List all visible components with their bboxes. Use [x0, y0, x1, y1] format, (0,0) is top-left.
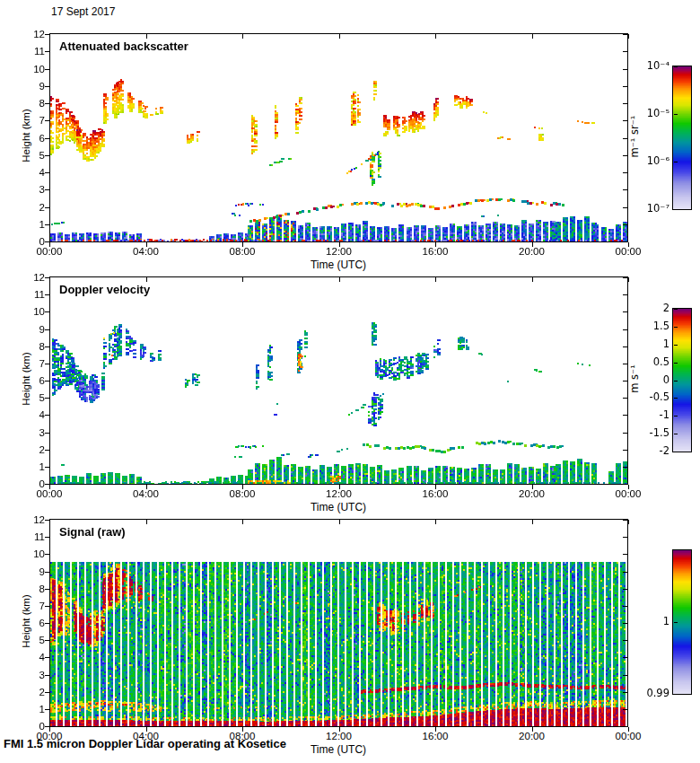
y-tick-mark — [623, 484, 627, 485]
colorbar-tick-mark — [674, 622, 678, 623]
x-tick-mark — [339, 242, 340, 247]
y-tick-mark — [45, 155, 49, 156]
y-tick-label: 1 — [25, 703, 45, 715]
x-tick-label: 20:00 — [511, 487, 554, 500]
y-tick-mark — [45, 311, 49, 312]
y-tick-mark — [45, 103, 49, 104]
x-tick-label: 20:00 — [511, 245, 554, 258]
colorbar-tick-label: 0.5 — [619, 355, 669, 368]
x-tick-mark — [146, 242, 147, 247]
x-tick-label: 12:00 — [318, 245, 361, 258]
y-tick-mark — [45, 224, 49, 225]
x-tick-mark — [146, 485, 147, 489]
colorbar-tick-label: -1.5 — [619, 426, 669, 439]
colorbar-tick-mark — [674, 452, 678, 452]
y-tick-label: 5 — [25, 149, 45, 162]
x-tick-label: 12:00 — [318, 487, 361, 500]
x-tick-mark — [435, 242, 436, 247]
colorbar-tick-label: 0.99 — [619, 687, 669, 699]
colorbar-tick-label: 10⁻⁶ — [619, 154, 669, 167]
x-tick-mark — [146, 727, 147, 732]
y-tick-mark — [45, 709, 49, 710]
y-tick-mark — [623, 51, 627, 52]
x-tick-label: 04:00 — [125, 245, 168, 258]
x-tick-mark — [146, 34, 147, 39]
y-tick-mark — [45, 398, 49, 399]
colorbar-tick-mark — [674, 398, 678, 399]
backscatter-heatmap — [50, 34, 627, 241]
x-tick-label: 12:00 — [318, 730, 361, 742]
velocity-x-axis-label: Time (UTC) — [293, 501, 383, 513]
y-tick-label: 8 — [25, 340, 45, 353]
colorbar-tick-label: 1.5 — [619, 320, 669, 332]
x-tick-mark — [242, 485, 243, 489]
y-tick-mark — [623, 138, 627, 139]
y-tick-mark — [623, 86, 627, 87]
colorbar-tick-mark — [674, 434, 678, 434]
x-tick-mark — [49, 277, 50, 282]
y-tick-mark — [45, 640, 49, 641]
x-tick-mark — [532, 727, 533, 732]
y-tick-mark — [45, 172, 49, 173]
x-tick-mark — [49, 34, 50, 39]
y-tick-mark — [45, 623, 49, 624]
x-tick-mark — [339, 727, 340, 732]
x-tick-mark — [628, 485, 629, 489]
x-tick-mark — [242, 277, 243, 282]
y-tick-mark — [623, 606, 627, 607]
y-tick-mark — [45, 381, 49, 382]
y-tick-mark — [45, 69, 49, 70]
y-tick-mark — [623, 589, 627, 590]
x-tick-mark — [532, 242, 533, 247]
x-tick-mark — [49, 242, 50, 247]
y-tick-mark — [623, 467, 627, 468]
x-tick-mark — [532, 520, 533, 524]
y-tick-label: 0 — [25, 720, 45, 732]
y-tick-mark — [623, 294, 627, 295]
backscatter-colorbar-unit: m⁻¹ sr⁻¹ — [628, 87, 641, 186]
y-tick-label: 1 — [25, 218, 45, 231]
x-tick-label: 20:00 — [511, 730, 554, 742]
x-tick-mark — [146, 520, 147, 524]
y-tick-label: 2 — [25, 201, 45, 214]
y-tick-mark — [623, 572, 627, 573]
y-tick-label: 5 — [25, 634, 45, 646]
colorbar-tick-label: 1 — [619, 338, 669, 350]
x-tick-label: 16:00 — [414, 245, 457, 258]
colorbar-tick-label: 2 — [619, 302, 669, 314]
y-tick-mark — [45, 692, 49, 693]
y-tick-label: 6 — [25, 374, 45, 387]
y-tick-mark — [45, 120, 49, 121]
y-tick-label: 10 — [25, 305, 45, 318]
x-tick-label: 08:00 — [221, 245, 264, 258]
y-tick-mark — [623, 34, 627, 35]
x-tick-mark — [339, 520, 340, 524]
y-tick-label: 6 — [25, 132, 45, 145]
colorbar-tick-label: -0.5 — [619, 390, 669, 403]
x-tick-mark — [242, 242, 243, 247]
signal-x-axis-label: Time (UTC) — [293, 743, 383, 756]
x-tick-mark — [49, 485, 50, 489]
y-tick-label: 10 — [25, 63, 45, 75]
signal-panel-title: Signal (raw) — [59, 525, 126, 539]
y-tick-label: 5 — [25, 391, 45, 404]
x-tick-mark — [628, 34, 629, 39]
y-tick-label: 12 — [25, 513, 45, 526]
y-tick-label: 9 — [25, 566, 45, 578]
x-tick-label: 16:00 — [414, 730, 457, 742]
y-tick-label: 4 — [25, 166, 45, 179]
y-tick-mark — [45, 364, 49, 364]
signal-heatmap — [50, 520, 627, 726]
y-tick-label: 4 — [25, 651, 45, 663]
x-tick-label: 00:00 — [607, 245, 650, 258]
colorbar-tick-mark — [674, 66, 678, 67]
x-tick-mark — [49, 727, 50, 732]
colorbar-tick-mark — [674, 162, 678, 162]
velocity-heatmap — [50, 277, 627, 484]
y-tick-mark — [623, 675, 627, 676]
figure-root: 17 Sept 2017 Attenuated backscatter Heig… — [0, 0, 700, 763]
x-tick-mark — [435, 520, 436, 524]
backscatter-x-axis-label: Time (UTC) — [293, 259, 383, 271]
x-tick-mark — [532, 277, 533, 282]
y-tick-mark — [45, 346, 49, 347]
